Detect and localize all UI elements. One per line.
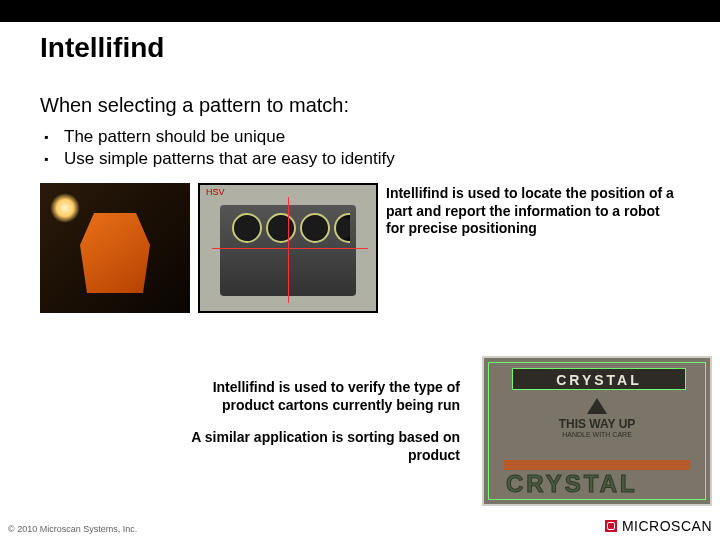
slide-content: Intellifind When selecting a pattern to … (0, 22, 720, 313)
cylinder-icon (300, 213, 330, 243)
engine-overlay-label: HSV (206, 187, 225, 197)
engine-caption: Intellifind is used to locate the positi… (386, 183, 676, 238)
copyright-text: © 2010 Microscan Systems, Inc. (8, 524, 137, 534)
cylinder-icon (266, 213, 296, 243)
microscan-logo: MICROSCAN (605, 518, 712, 534)
logo-mark-icon (605, 520, 617, 532)
slide-title: Intellifind (40, 32, 680, 64)
cylinder-icon (232, 213, 262, 243)
carton-wayup-text: THIS WAY UP HANDLE WITH CARE (524, 418, 670, 439)
crosshair-vertical (288, 197, 289, 303)
logo-text: MICROSCAN (622, 518, 712, 534)
crosshair-horizontal (212, 248, 368, 249)
up-arrow-icon (587, 398, 607, 414)
bullet-item: Use simple patterns that are easy to ide… (64, 149, 680, 169)
slide-subheading: When selecting a pattern to match: (40, 94, 680, 117)
slide-footer: © 2010 Microscan Systems, Inc. MICROSCAN (8, 518, 712, 534)
bullet-item: The pattern should be unique (64, 127, 680, 147)
carton-brand-large: CRYSTAL (506, 470, 638, 498)
engine-block-image: HSV (198, 183, 378, 313)
carton-tape (504, 460, 690, 470)
carton-brand-label: CRYSTAL (512, 368, 686, 390)
top-black-bar (0, 0, 720, 22)
wayup-sub: HANDLE WITH CARE (524, 431, 670, 439)
robot-image (40, 183, 190, 313)
bullet-list: The pattern should be unique Use simple … (40, 127, 680, 169)
carton-image: CRYSTAL THIS WAY UP HANDLE WITH CARE CRY… (482, 356, 712, 506)
carton-caption-2: A similar application is sorting based o… (160, 428, 460, 464)
wayup-main: THIS WAY UP (559, 417, 636, 431)
image-row: HSV Intellifind is used to locate the po… (40, 183, 680, 313)
carton-caption-1: Intellifind is used to verify the type o… (160, 378, 460, 414)
